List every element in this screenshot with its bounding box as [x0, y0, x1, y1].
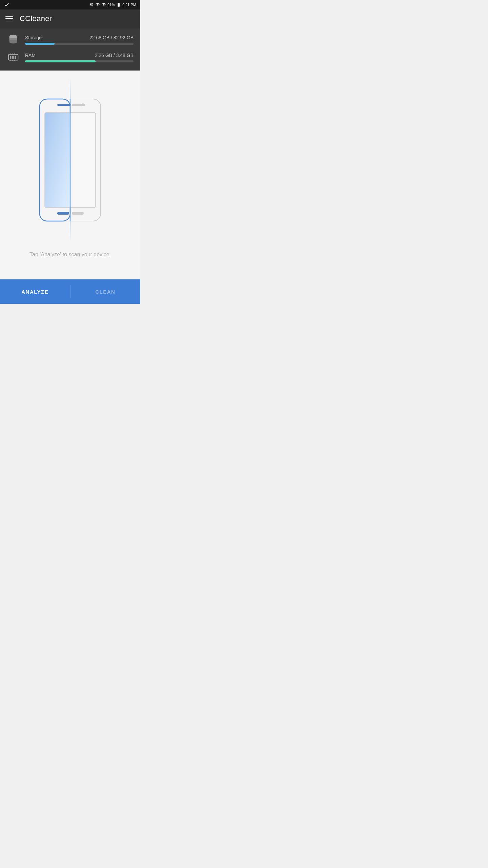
- storage-progress-fill: [25, 43, 55, 45]
- svg-rect-16: [57, 104, 71, 106]
- status-bar: 91% 9:21 PM: [0, 0, 140, 9]
- time-text: 9:21 PM: [122, 3, 136, 7]
- system-icons: 91% 9:21 PM: [89, 2, 136, 7]
- mute-icon: [89, 2, 94, 7]
- clean-button[interactable]: CLEAN: [70, 279, 141, 304]
- ram-icon: [7, 51, 20, 64]
- stats-panel: Storage 22.68 GB / 82.92 GB: [0, 28, 140, 71]
- svg-rect-14: [70, 113, 96, 208]
- storage-progress-bar: [25, 43, 134, 45]
- battery-icon: [116, 2, 121, 7]
- bottom-bar: ANALYZE CLEAN: [0, 279, 140, 304]
- app-header: CCleaner: [0, 9, 140, 28]
- ram-stat-content: RAM 2.26 GB / 3.48 GB: [25, 53, 134, 62]
- notification-area: [4, 2, 9, 7]
- storage-value: 22.68 GB / 82.92 GB: [89, 35, 134, 40]
- notification-icon: [4, 2, 9, 7]
- analyze-button[interactable]: ANALYZE: [0, 279, 70, 304]
- battery-text: 91%: [107, 3, 115, 7]
- svg-rect-2: [10, 56, 11, 59]
- app-title: CCleaner: [20, 14, 52, 23]
- storage-stat-row: Storage 22.68 GB / 82.92 GB: [7, 33, 134, 46]
- storage-stat-header: Storage 22.68 GB / 82.92 GB: [25, 35, 134, 40]
- storage-stat-content: Storage 22.68 GB / 82.92 GB: [25, 35, 134, 45]
- scan-line: [70, 79, 70, 241]
- svg-rect-20: [72, 212, 84, 215]
- storage-icon: [7, 33, 20, 46]
- ram-value: 2.26 GB / 3.48 GB: [95, 53, 134, 58]
- wifi-icon: [95, 2, 100, 7]
- storage-label: Storage: [25, 35, 42, 40]
- svg-rect-19: [57, 212, 69, 215]
- svg-rect-13: [45, 113, 70, 208]
- svg-rect-4: [15, 56, 16, 59]
- ram-stat-row: RAM 2.26 GB / 3.48 GB: [7, 51, 134, 64]
- ram-stat-header: RAM 2.26 GB / 3.48 GB: [25, 53, 134, 58]
- main-content: Tap 'Analyze' to scan your device.: [0, 71, 140, 279]
- signal-icon: [101, 2, 106, 7]
- ram-progress-bar: [25, 60, 134, 62]
- instruction-text: Tap 'Analyze' to scan your device.: [29, 252, 111, 258]
- menu-button[interactable]: [5, 16, 13, 21]
- svg-rect-3: [12, 56, 14, 59]
- svg-point-18: [82, 103, 84, 106]
- phone-illustration: [33, 92, 107, 228]
- ram-progress-fill: [25, 60, 96, 62]
- ram-label: RAM: [25, 53, 36, 58]
